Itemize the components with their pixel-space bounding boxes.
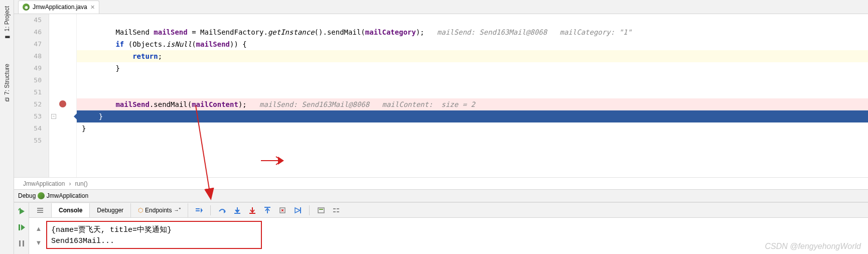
debug-panel: Console Debugger ⬡ Endpoints →": [14, 202, 868, 254]
toolbar-item-project[interactable]: ▮ 1: Project: [3, 2, 12, 45]
tab-endpoints[interactable]: ⬡ Endpoints →": [131, 203, 188, 217]
svg-rect-5: [37, 212, 43, 213]
svg-rect-17: [333, 211, 336, 212]
scroll-down-button[interactable]: ▼: [33, 237, 44, 248]
debug-step-toolbar: [188, 205, 342, 216]
spring-icon: [38, 192, 45, 199]
svg-rect-0: [19, 224, 20, 230]
code-line-47: if (Objects.isNull(mailSend)) {: [77, 38, 868, 50]
code-line-52: mailSend.sendMail(mailContent); mailSend…: [77, 98, 868, 110]
svg-rect-13: [318, 208, 324, 213]
console-area: ▲ ▼ {name=贾飞天, title=中奖通知} Send163Mail..…: [29, 218, 868, 254]
left-toolbar: ▮ 1: Project ⧉ 7: Structure: [0, 0, 14, 254]
editor-tab[interactable]: ◉ JmwApplication.java ✕: [18, 1, 99, 14]
breadcrumb-class[interactable]: JmwApplication: [21, 180, 67, 187]
tab-console[interactable]: Console: [52, 203, 90, 217]
tab-filename: JmwApplication.java: [33, 4, 87, 11]
line-gutter: 45 46 47 48 49 50 51 52 53 54 55: [14, 14, 49, 177]
svg-rect-9: [249, 213, 255, 214]
trace-button[interactable]: [331, 205, 342, 216]
debug-run-controls: [14, 203, 29, 254]
code-line-53: }: [77, 110, 868, 122]
svg-rect-6: [196, 208, 200, 209]
tab-debugger-label: Debugger: [97, 207, 123, 214]
code-line-51: [77, 86, 868, 98]
toolbar-item-structure[interactable]: ⧉ 7: Structure: [3, 60, 12, 105]
structure-icon: ⧉: [5, 95, 9, 102]
project-icon: ▮: [4, 34, 11, 41]
endpoints-arrow: →": [174, 207, 181, 213]
code-line-48: return;: [77, 50, 868, 62]
code-line-50: [77, 74, 868, 86]
collapse-icon[interactable]: −: [51, 114, 56, 119]
show-execution-point-button[interactable]: [193, 205, 204, 216]
chevron-right-icon: ›: [67, 180, 73, 187]
line-number: 51: [14, 86, 42, 98]
pause-button[interactable]: [16, 238, 27, 249]
debug-config-name[interactable]: JmwApplication: [47, 192, 88, 199]
code-line-46: MailSend mailSend = MailSendFactory.getI…: [77, 26, 868, 38]
line-number: 48: [14, 50, 42, 62]
breadcrumb: JmwApplication › run(): [14, 177, 868, 189]
debug-label: Debug: [18, 192, 36, 199]
editor-tab-bar: ◉ JmwApplication.java ✕: [14, 0, 868, 14]
breadcrumb-method[interactable]: run(): [73, 180, 89, 187]
tab-console-label: Console: [59, 207, 82, 214]
tab-threads[interactable]: [29, 203, 52, 217]
svg-rect-16: [337, 208, 339, 209]
code-line-54: }: [77, 122, 868, 135]
console-output[interactable]: {name=贾飞天, title=中奖通知} Send163Mail...: [45, 221, 865, 251]
svg-rect-10: [264, 207, 270, 208]
line-number: 50: [14, 74, 42, 86]
svg-rect-4: [37, 210, 43, 211]
code-area[interactable]: MailSend mailSend = MailSendFactory.getI…: [77, 14, 868, 177]
spring-icon: ◉: [23, 4, 30, 11]
step-out-button[interactable]: [262, 205, 273, 216]
svg-rect-7: [196, 210, 200, 211]
step-into-button[interactable]: [232, 205, 243, 216]
breakpoint-icon[interactable]: [59, 100, 66, 107]
close-icon[interactable]: ✕: [90, 4, 95, 11]
debug-toolwindow-header: Debug JmwApplication: [14, 189, 868, 202]
line-number: 49: [14, 62, 42, 74]
gutter-marks: −: [49, 14, 77, 177]
line-number: 47: [14, 38, 42, 50]
console-nav: ▲ ▼: [32, 221, 45, 251]
svg-rect-1: [19, 240, 21, 246]
line-number: 45: [14, 14, 42, 26]
code-line-55: [77, 135, 868, 147]
line-number: 55: [14, 135, 42, 147]
svg-rect-12: [300, 207, 301, 213]
code-line-45: [77, 14, 868, 26]
tab-endpoints-label: Endpoints: [145, 207, 172, 214]
rerun-button[interactable]: [16, 206, 27, 217]
line-number: 52: [14, 98, 42, 110]
force-step-into-button[interactable]: [247, 205, 258, 216]
step-over-button[interactable]: [217, 205, 228, 216]
scroll-up-button[interactable]: ▲: [33, 223, 44, 234]
run-to-cursor-button[interactable]: [292, 205, 303, 216]
debug-tabs: Console Debugger ⬡ Endpoints →": [29, 203, 868, 218]
resume-button[interactable]: [16, 222, 27, 233]
watermark: CSDN @fengyehongWorld: [765, 242, 861, 251]
svg-rect-14: [319, 209, 323, 210]
drop-frame-button[interactable]: [277, 205, 288, 216]
endpoints-icon: ⬡: [138, 207, 143, 214]
code-editor[interactable]: 45 46 47 48 49 50 51 52 53 54 55 − MailS…: [14, 14, 868, 177]
tab-debugger[interactable]: Debugger: [90, 203, 131, 217]
console-line: {name=贾飞天, title=中奖通知}: [51, 225, 859, 236]
svg-rect-2: [23, 240, 24, 246]
svg-rect-18: [337, 211, 339, 212]
line-number: 53: [14, 110, 42, 122]
svg-rect-3: [37, 208, 43, 209]
project-label: 1: Project: [4, 6, 11, 32]
svg-rect-15: [333, 208, 336, 209]
line-number: 54: [14, 122, 42, 135]
svg-rect-8: [234, 213, 240, 214]
code-line-49: }: [77, 62, 868, 74]
line-number: 46: [14, 26, 42, 38]
structure-label: 7: Structure: [4, 64, 11, 95]
evaluate-expression-button[interactable]: [316, 205, 327, 216]
console-line: Send163Mail...: [51, 236, 859, 247]
